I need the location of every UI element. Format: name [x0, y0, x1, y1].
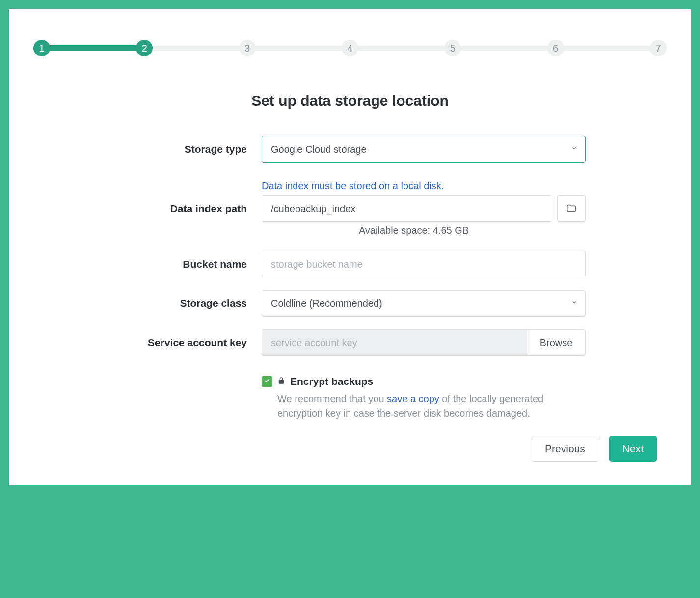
save-copy-link[interactable]: save a copy: [387, 393, 439, 404]
encrypt-label: Encrypt backups: [290, 376, 373, 387]
lock-icon: [277, 377, 285, 387]
storage-class-value: Coldline (Recommended): [271, 298, 382, 309]
step-2[interactable]: 2: [136, 40, 153, 56]
bucket-name-input[interactable]: [262, 251, 586, 277]
step-5: 5: [444, 40, 461, 56]
wizard-card: 1 2 3 4 5 6 7 Set up data storage locati…: [9, 9, 691, 485]
page-title: Set up data storage location: [33, 92, 667, 109]
step-7: 7: [650, 40, 667, 56]
footer-actions: Previous Next: [532, 436, 657, 462]
data-index-path-input[interactable]: [262, 195, 552, 222]
storage-type-label: Storage type: [114, 143, 262, 155]
folder-icon: [566, 203, 577, 215]
stepper: 1 2 3 4 5 6 7: [33, 38, 667, 58]
storage-class-select[interactable]: Coldline (Recommended): [262, 290, 586, 317]
encrypt-description: We recommend that you save a copy of the…: [277, 391, 586, 421]
step-1[interactable]: 1: [33, 40, 50, 56]
storage-type-select[interactable]: Google Cloud storage: [262, 136, 586, 163]
storage-type-value: Google Cloud storage: [271, 144, 367, 155]
storage-class-label: Storage class: [114, 298, 262, 309]
check-icon: [264, 377, 270, 386]
step-4: 4: [342, 40, 358, 56]
step-6: 6: [547, 40, 564, 56]
encrypt-checkbox[interactable]: [262, 376, 272, 387]
service-account-browse-button[interactable]: Browse: [527, 329, 586, 356]
next-button[interactable]: Next: [609, 436, 657, 462]
step-3: 3: [239, 40, 256, 56]
available-space: Available space: 4.65 GB: [262, 225, 566, 236]
service-account-key-input[interactable]: [262, 329, 527, 356]
data-index-path-label: Data index path: [114, 203, 262, 215]
previous-button[interactable]: Previous: [532, 436, 598, 462]
browse-folder-button[interactable]: [557, 195, 586, 222]
encrypt-desc-before: We recommend that you: [277, 393, 387, 404]
form: Storage type Google Cloud storage Data i…: [114, 136, 586, 421]
index-hint: Data index must be stored on a local dis…: [262, 180, 444, 191]
bucket-name-label: Bucket name: [114, 258, 262, 270]
service-account-key-label: Service account key: [114, 337, 262, 349]
